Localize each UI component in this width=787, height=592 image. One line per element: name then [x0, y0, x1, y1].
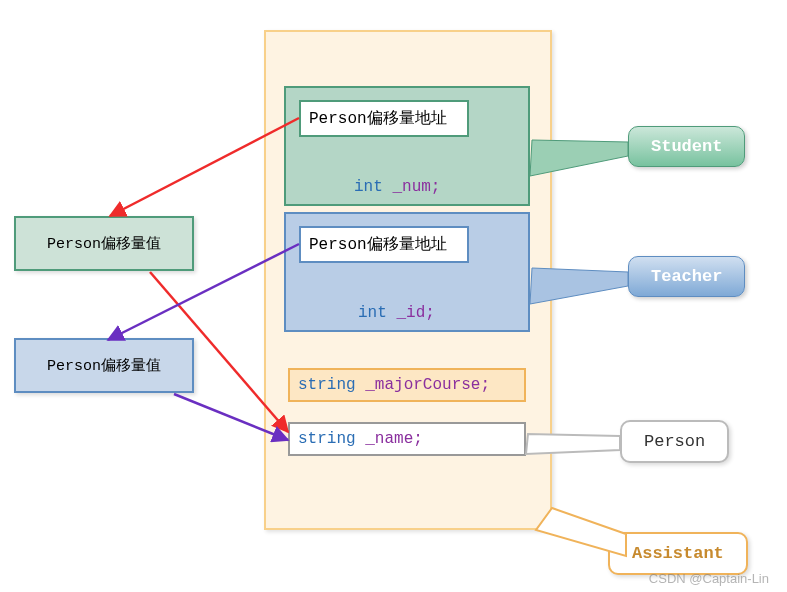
person-callout: Person: [620, 420, 729, 463]
teacher-field-id: int _id;: [358, 304, 435, 322]
teacher-offset-value-box: Person偏移量值: [14, 338, 194, 393]
person-field-name: string _name;: [288, 422, 526, 456]
student-vptr-cell: Person偏移量地址: [299, 100, 469, 137]
student-field-num: int _num;: [354, 178, 440, 196]
watermark-text: CSDN @Captain-Lin: [649, 571, 769, 586]
student-offset-value-box: Person偏移量值: [14, 216, 194, 271]
student-callout: Student: [628, 126, 745, 167]
assistant-callout: Assistant: [608, 532, 748, 575]
assistant-field-majorcourse: string _majorCourse;: [288, 368, 526, 402]
teacher-callout: Teacher: [628, 256, 745, 297]
teacher-vptr-cell: Person偏移量地址: [299, 226, 469, 263]
